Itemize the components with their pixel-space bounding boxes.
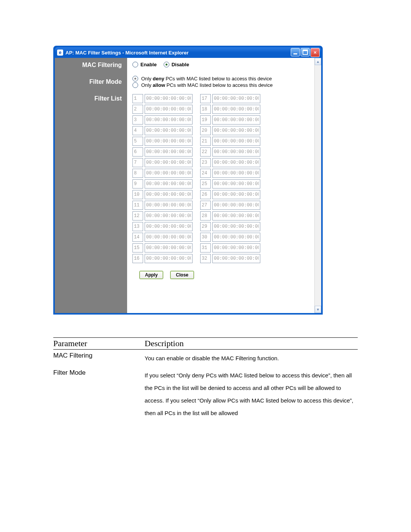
filter-index-input[interactable] [200,243,211,252]
filter-mac-input[interactable] [212,222,260,231]
filter-mac-input[interactable] [212,179,260,189]
filter-index-input[interactable] [200,126,211,135]
filter-index-input[interactable] [200,115,211,125]
filter-index-input[interactable] [132,169,143,178]
filter-mac-input[interactable] [145,222,193,231]
filter-index-input[interactable] [200,190,211,199]
filter-index-input[interactable] [200,211,211,220]
vertical-scrollbar[interactable]: ▲ ▼ [314,58,321,313]
filter-mac-input[interactable] [212,211,260,220]
filter-mac-input[interactable] [145,190,193,199]
filter-row [200,126,260,135]
filter-row [132,211,193,220]
ie-logo-icon [57,50,63,56]
filter-index-input[interactable] [200,169,211,178]
filter-index-input[interactable] [132,179,143,189]
filter-index-input[interactable] [200,147,211,157]
disable-radio[interactable] [164,62,169,67]
filter-mac-input[interactable] [212,126,260,135]
window-titlebar[interactable]: AP: MAC Filter Settings - Microsoft Inte… [55,47,321,58]
disable-label: Disable [172,62,189,67]
filter-index-input[interactable] [200,94,211,103]
filter-index-input[interactable] [132,254,143,263]
filter-index-input[interactable] [200,179,211,189]
filter-row [132,105,193,114]
client-area: MAC Filtering Filter Mode Filter List En… [55,58,321,313]
filter-mac-input[interactable] [212,169,260,178]
filter-index-input[interactable] [132,222,143,231]
filter-index-input[interactable] [132,190,143,199]
table-row: Filter ModeIf you select “Only deny PCs … [53,367,358,422]
filter-row [132,222,193,231]
filter-index-input[interactable] [200,201,211,210]
filter-mac-input[interactable] [145,94,193,103]
close-button[interactable]: Close [170,271,194,279]
window-maximize-button[interactable] [301,48,310,56]
filter-row [132,254,193,263]
filter-index-input[interactable] [200,158,211,167]
filter-mac-input[interactable] [145,233,193,242]
scroll-down-icon[interactable]: ▼ [315,306,321,313]
filter-mac-input[interactable] [212,94,260,103]
filter-mac-input[interactable] [145,147,193,157]
filter-row [200,222,260,231]
enable-label: Enable [140,62,157,67]
filter-index-input[interactable] [132,243,143,252]
filter-mac-input[interactable] [212,105,260,114]
filter-mac-input[interactable] [145,211,193,220]
filter-index-input[interactable] [132,94,143,103]
filter-index-input[interactable] [132,201,143,210]
allow-radio[interactable] [132,82,138,88]
filter-mac-input[interactable] [212,158,260,167]
filter-index-input[interactable] [200,105,211,114]
filter-index-input[interactable] [132,158,143,167]
window-close-button[interactable]: × [311,48,320,57]
filter-index-input[interactable] [132,211,143,220]
filter-mac-input[interactable] [145,201,193,210]
filter-index-input[interactable] [132,115,143,125]
filter-index-input[interactable] [132,105,143,114]
filter-mac-input[interactable] [212,201,260,210]
filter-row [200,169,260,178]
filter-mac-input[interactable] [212,243,260,252]
filter-row [200,158,260,167]
filter-index-input[interactable] [200,222,211,231]
filter-mac-input[interactable] [212,147,260,157]
filter-mac-input[interactable] [145,115,193,125]
filter-index-input[interactable] [132,233,143,242]
apply-button[interactable]: Apply [139,271,163,279]
filter-mac-input[interactable] [212,233,260,242]
scroll-up-icon[interactable]: ▲ [315,58,321,65]
filter-index-input[interactable] [200,254,211,263]
filter-row [132,179,193,189]
filter-mac-input[interactable] [212,190,260,199]
sidebar-label-filter-mode: Filter Mode [55,69,127,85]
filter-row [132,169,193,178]
filter-mac-input[interactable] [145,179,193,189]
filter-list [132,94,317,263]
filter-mac-input[interactable] [212,254,260,263]
filter-mac-input[interactable] [145,243,193,252]
filter-index-input[interactable] [132,147,143,157]
enable-radio[interactable] [132,62,138,67]
header-parameter: Parameter [53,339,145,348]
filter-index-input[interactable] [132,137,143,146]
mac-filtering-row: Enable Disable [132,62,317,67]
filter-index-input[interactable] [200,233,211,242]
filter-mac-input[interactable] [145,254,193,263]
filter-mac-input[interactable] [145,105,193,114]
filter-mac-input[interactable] [212,137,260,146]
filter-mac-input[interactable] [145,169,193,178]
filter-index-input[interactable] [132,126,143,135]
filter-index-input[interactable] [200,137,211,146]
filter-mac-input[interactable] [212,115,260,125]
filter-row [200,147,260,157]
content-area: Enable Disable Only deny PCs with MAC li… [127,58,321,313]
filter-mac-input[interactable] [145,126,193,135]
sidebar-label-filter-list: Filter List [55,85,127,102]
filter-mac-input[interactable] [145,137,193,146]
deny-radio[interactable] [132,76,138,81]
window-minimize-button[interactable] [291,48,300,56]
param-cell: MAC Filtering [53,352,145,359]
filter-mac-input[interactable] [145,158,193,167]
